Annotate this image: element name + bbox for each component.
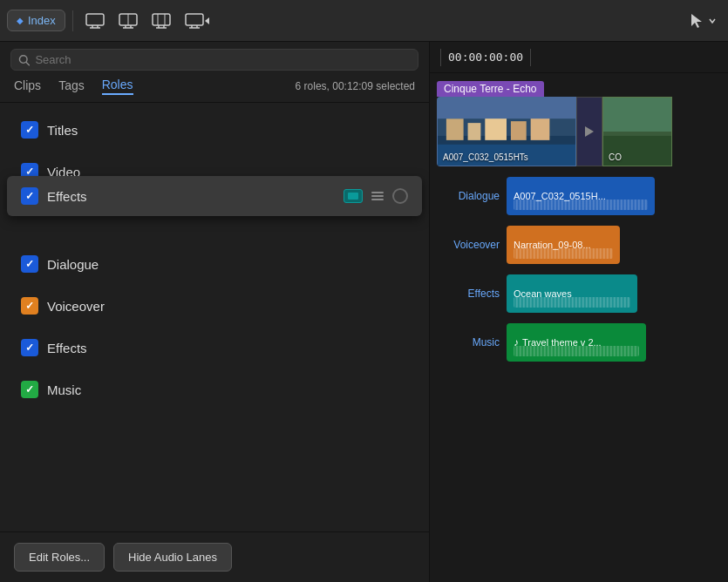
checkmark-dialogue: ✓	[25, 258, 34, 270]
effects-lane-icon[interactable]	[344, 189, 363, 203]
tab-clips[interactable]: Clips	[14, 78, 41, 94]
timeline-header: 00:00:00:00	[430, 42, 728, 73]
effects-menu-icon[interactable]	[371, 192, 384, 200]
role-name-voiceover: Voiceover	[47, 299, 338, 314]
svg-rect-0	[86, 14, 104, 25]
monitor-btn-2[interactable]	[113, 10, 143, 32]
clip-thumbnail-a007: A007_C032_0515HTs	[438, 98, 575, 166]
checkbox-effects-floating[interactable]: ✓	[21, 187, 38, 205]
video-clips-row: A007_C032_0515HTs	[437, 97, 721, 166]
role-item-music[interactable]: ✓ Music	[7, 369, 422, 409]
floating-effects-popup: ✓ Effects	[7, 176, 422, 216]
music-menu-icon[interactable]	[373, 385, 385, 394]
role-item-titles[interactable]: ✓ Titles	[7, 110, 422, 150]
effects-lane-label: Effects	[437, 288, 500, 300]
monitor-icon-1	[85, 13, 105, 29]
bottom-buttons: Edit Roles... Hide Audio Lanes	[0, 531, 429, 582]
dialogue-clip-label: A007_C032_0515H...	[514, 191, 606, 201]
svg-rect-28	[531, 116, 550, 140]
music-clip[interactable]: ♪ Travel theme v 2...	[507, 323, 646, 362]
effects-circle-icon[interactable]	[392, 188, 408, 204]
right-panel: 00:00:00:00 Cinque Terre - Echo	[430, 42, 728, 582]
dropdown-arrow-icon	[709, 17, 716, 24]
svg-rect-9	[153, 14, 170, 25]
pointer-btn[interactable]	[683, 9, 721, 33]
tab-roles[interactable]: Roles	[102, 78, 133, 95]
effects-circle-icon-row[interactable]	[392, 340, 408, 355]
search-input[interactable]	[35, 53, 411, 66]
voiceover-lane-label: Voiceover	[437, 239, 500, 251]
transition-icon	[582, 125, 596, 139]
role-item-voiceover[interactable]: ✓ Voiceover	[7, 286, 422, 326]
video-clip-co[interactable]: CO	[602, 97, 672, 166]
search-icon	[18, 54, 30, 66]
checkmark-effects-floating: ✓	[25, 190, 34, 202]
audio-lane-effects: Effects Ocean waves	[437, 271, 721, 316]
timeline-header-sep	[440, 49, 441, 66]
dialogue-lane-icon[interactable]	[347, 257, 366, 271]
search-bar	[10, 49, 418, 71]
clip-thumbnail-co: CO	[603, 98, 671, 166]
index-button[interactable]: ◆ Index	[7, 10, 65, 31]
voiceover-lane-icon[interactable]	[347, 299, 366, 313]
dialogue-menu-icon[interactable]	[373, 260, 385, 268]
checkbox-music[interactable]: ✓	[21, 381, 38, 398]
monitor-icon-2	[119, 13, 138, 29]
roles-list: ✓ Titles ✓ Video ✓ Effects	[0, 103, 429, 531]
checkbox-dialogue[interactable]: ✓	[21, 255, 38, 273]
role-name-music: Music	[47, 382, 338, 397]
music-note-icon: ♪	[514, 336, 519, 349]
hide-audio-button[interactable]: Hide Audio Lanes	[113, 543, 232, 572]
audio-tracks: Dialogue A007_C032_0515H... Voiceover Na…	[430, 170, 728, 369]
video-clip-a007[interactable]: A007_C032_0515HTs	[437, 97, 576, 166]
effects-floating-label: Effects	[47, 189, 187, 204]
role-name-effects: Effects	[47, 341, 338, 355]
voiceover-circle-icon[interactable]	[392, 298, 408, 314]
checkmark-voiceover: ✓	[25, 300, 34, 312]
svg-line-20	[26, 62, 29, 64]
svg-rect-25	[468, 123, 481, 140]
left-panel: Clips Tags Roles 6 roles, 00:12:09 selec…	[0, 42, 430, 582]
music-lane-icon[interactable]	[347, 382, 366, 396]
lane-icon-svg	[348, 193, 358, 200]
tabs-bar: Clips Tags Roles 6 roles, 00:12:09 selec…	[0, 78, 429, 103]
effects-clip[interactable]: Ocean waves	[507, 274, 637, 313]
edit-roles-button[interactable]: Edit Roles...	[14, 543, 105, 572]
role-item-effects[interactable]: ✓ Effects	[7, 328, 422, 368]
audio-lane-music: Music ♪ Travel theme v 2...	[437, 320, 721, 365]
dialogue-lane-label: Dialogue	[437, 190, 500, 202]
checkbox-effects[interactable]: ✓	[21, 339, 38, 356]
effects-lane-icon-row[interactable]	[347, 341, 366, 355]
dialogue-clip[interactable]: A007_C032_0515H...	[507, 177, 655, 215]
role-name-titles: Titles	[47, 123, 408, 138]
svg-rect-29	[438, 98, 575, 119]
timecode-display: 00:00:00:00	[448, 51, 523, 64]
voiceover-menu-icon[interactable]	[373, 301, 385, 310]
tab-info: 6 roles, 00:12:09 selected	[296, 80, 415, 92]
svg-rect-24	[446, 118, 464, 140]
checkbox-voiceover[interactable]: ✓	[21, 297, 38, 315]
svg-rect-32	[603, 98, 671, 132]
effects-menu-icon-row[interactable]	[373, 343, 385, 352]
music-clip-label: Travel theme v 2...	[522, 337, 602, 348]
monitor-btn-1[interactable]	[80, 10, 110, 32]
audio-lane-dialogue: Dialogue A007_C032_0515H...	[437, 173, 721, 219]
role-item-dialogue[interactable]: ✓ Dialogue	[7, 244, 422, 284]
diamond-icon: ◆	[17, 16, 24, 25]
monitor-btn-3[interactable]	[146, 10, 176, 32]
voiceover-clip[interactable]: Narration_09-08...	[507, 226, 620, 264]
tab-tags[interactable]: Tags	[58, 78, 85, 94]
clip-a007-label: A007_C032_0515HTs	[443, 152, 528, 162]
voiceover-clip-label: Narration_09-08...	[514, 240, 591, 250]
role-name-dialogue: Dialogue	[47, 257, 338, 272]
music-circle-icon[interactable]	[392, 382, 408, 397]
audio-lane-voiceover: Voiceover Narration_09-08...	[437, 222, 721, 267]
clip-transition	[576, 97, 602, 166]
music-lane-label: Music	[437, 336, 500, 349]
timeline-body: Cinque Terre - Echo	[430, 73, 728, 582]
toolbar-right	[683, 9, 721, 33]
monitor-btn-4[interactable]	[180, 10, 216, 32]
pointer-icon	[688, 12, 705, 30]
checkbox-titles[interactable]: ✓	[21, 121, 38, 139]
dialogue-circle-icon[interactable]	[392, 256, 408, 272]
